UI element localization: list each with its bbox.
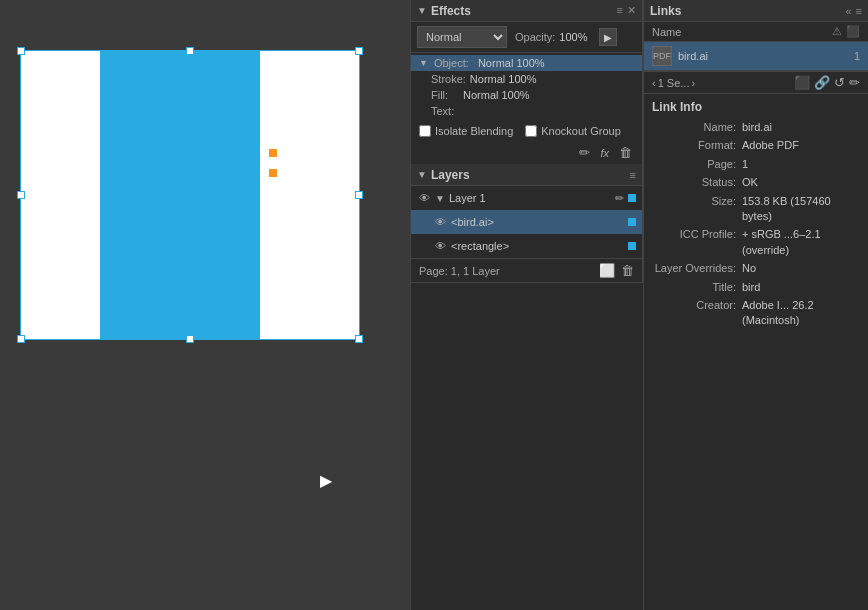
object-row: ▼ Object: Normal 100% xyxy=(411,55,642,71)
title-label: Title: xyxy=(652,280,742,295)
layer-item-layer1[interactable]: 👁 ▼ Layer 1 ✏ xyxy=(411,186,642,210)
edit-original-button[interactable]: ✏ xyxy=(849,75,860,90)
effects-bottom-icons: ✏ fx 🗑 xyxy=(411,141,642,164)
effects-collapse-arrow[interactable]: ▼ xyxy=(417,5,427,16)
link-info-name: Name: bird.ai xyxy=(652,120,860,135)
effects-rows: ▼ Object: Normal 100% Stroke: Normal 100… xyxy=(411,53,642,121)
object-arrow: ▼ xyxy=(419,58,428,68)
goto-link-button[interactable]: 🔗 xyxy=(814,75,830,90)
effects-close-icon[interactable]: ✕ xyxy=(627,4,636,17)
isolate-blend-label[interactable]: Isolate Blending xyxy=(419,125,513,137)
bird-name: <bird.ai> xyxy=(451,216,624,228)
links-panel: Links « ≡ Name ⚠ ⬛ PDF bird.ai 1 ‹ 1 Se.… xyxy=(643,0,868,610)
links-expand-icon[interactable]: « xyxy=(845,5,851,17)
layer-overrides-label: Layer Overrides: xyxy=(652,261,742,276)
effects-panel-icons: ≡ ✕ xyxy=(617,4,636,17)
object-value: Normal 100% xyxy=(478,57,545,69)
layers-footer: Page: 1, 1 Layer ⬜ 🗑 xyxy=(411,258,642,282)
link-info-title: Link Info xyxy=(652,100,860,114)
isolate-blend-checkbox[interactable] xyxy=(419,125,431,137)
pen-icon-layer1: ✏ xyxy=(615,192,624,205)
knockout-group-checkbox[interactable] xyxy=(525,125,537,137)
opacity-toggle[interactable]: ▶ xyxy=(599,28,617,46)
effects-toolbar: Normal Opacity: 100% ▶ xyxy=(411,22,642,53)
page-label: Page: xyxy=(652,157,742,172)
visibility-icon-layer1[interactable]: 👁 xyxy=(417,191,431,205)
new-layer-icon[interactable]: ⬜ xyxy=(599,263,615,278)
effects-panel: ▼ Effects ≡ ✕ Normal Opacity: 100% ▶ ▼ O… xyxy=(411,0,643,283)
links-name-icons: ⚠ ⬛ xyxy=(832,25,860,38)
footer-icons: ⬜ 🗑 xyxy=(599,263,634,278)
chevron-right-icon[interactable]: › xyxy=(691,77,695,89)
links-name-column: Name xyxy=(652,26,681,38)
delete-layer-icon[interactable]: 🗑 xyxy=(621,263,634,278)
fx-edit-icon[interactable]: ✏ xyxy=(577,143,592,162)
links-panel-title: Links xyxy=(650,4,681,18)
chevron-left-icon[interactable]: ‹ xyxy=(652,77,656,89)
cursor: ▶ xyxy=(320,471,332,490)
layers-panel-header: ▼ Layers ≡ xyxy=(411,164,642,186)
blend-mode-select[interactable]: Normal xyxy=(417,26,507,48)
checkbox-area: Isolate Blending Knockout Group xyxy=(411,121,642,141)
knockout-group-label[interactable]: Knockout Group xyxy=(525,125,621,137)
links-header-icons: « ≡ xyxy=(845,5,862,17)
object-label: Object: xyxy=(434,57,474,69)
layer1-color xyxy=(628,194,636,202)
update-link-button[interactable]: ↺ xyxy=(834,75,845,90)
effects-title-row: ▼ Effects xyxy=(417,4,471,18)
links-menu-icon[interactable]: ≡ xyxy=(856,5,862,17)
selected-count: 1 Se... xyxy=(658,77,690,89)
link-info-section: Link Info Name: bird.ai Format: Adobe PD… xyxy=(644,94,868,610)
blue-rectangle xyxy=(100,50,260,340)
layers-footer-text: Page: 1, 1 Layer xyxy=(419,265,500,277)
stroke-value: Normal 100% xyxy=(470,73,537,85)
link-filename: bird.ai xyxy=(678,50,848,62)
effects-menu-icon[interactable]: ≡ xyxy=(617,4,623,17)
page-value: 1 xyxy=(742,157,860,172)
stroke-label: Stroke: xyxy=(419,73,466,85)
layer-item-rectangle[interactable]: 👁 <rectangle> xyxy=(411,234,642,258)
layer-overrides-value: No xyxy=(742,261,860,276)
name-label: Name: xyxy=(652,120,742,135)
links-toolbar-left: ‹ 1 Se... › xyxy=(652,77,695,89)
fill-label: Fill: xyxy=(419,89,459,101)
layers-list: 👁 ▼ Layer 1 ✏ 👁 <bird.ai> 👁 <rectangle> … xyxy=(411,186,643,282)
link-info-layer-overrides: Layer Overrides: No xyxy=(652,261,860,276)
links-header: Links « ≡ xyxy=(644,0,868,22)
creator-value: Adobe I... 26.2 (Macintosh) xyxy=(742,298,860,329)
relink-button[interactable]: ⬛ xyxy=(794,75,810,90)
fill-value: Normal 100% xyxy=(463,89,530,101)
bird-color xyxy=(628,218,636,226)
icc-value: + sRGB ...6–2.1 (override) xyxy=(742,227,860,258)
rectangle-name: <rectangle> xyxy=(451,240,624,252)
fx-delete-icon[interactable]: 🗑 xyxy=(617,143,634,162)
stroke-row: Stroke: Normal 100% xyxy=(411,71,642,87)
visibility-icon-rect[interactable]: 👁 xyxy=(433,239,447,253)
panels-container: ▼ Effects ≡ ✕ Normal Opacity: 100% ▶ ▼ O… xyxy=(410,0,643,610)
knockout-group-text: Knockout Group xyxy=(541,125,621,137)
link-info-status: Status: OK xyxy=(652,175,860,190)
text-label: Text: xyxy=(419,105,459,117)
artboard xyxy=(20,50,360,340)
links-toolbar: ‹ 1 Se... › ⬛ 🔗 ↺ ✏ xyxy=(644,71,868,94)
layers-collapse-arrow[interactable]: ▼ xyxy=(417,169,427,180)
link-info-page: Page: 1 xyxy=(652,157,860,172)
sort-icon[interactable]: ⚠ xyxy=(832,25,842,38)
rect-color xyxy=(628,242,636,250)
layer1-expand[interactable]: ▼ xyxy=(435,193,445,204)
fx-label[interactable]: fx xyxy=(598,145,611,161)
link-thumbnail: PDF xyxy=(652,46,672,66)
canvas-area: ▶ xyxy=(0,0,410,610)
link-item-bird[interactable]: PDF bird.ai 1 xyxy=(644,42,868,71)
link-info-icc: ICC Profile: + sRGB ...6–2.1 (override) xyxy=(652,227,860,258)
links-toolbar-icons: ⬛ 🔗 ↺ ✏ xyxy=(794,75,860,90)
visibility-icon-bird[interactable]: 👁 xyxy=(433,215,447,229)
name-value: bird.ai xyxy=(742,120,860,135)
title-value: bird xyxy=(742,280,860,295)
link-info-size: Size: 153.8 KB (157460 bytes) xyxy=(652,194,860,225)
relink-icon[interactable]: ⬛ xyxy=(846,25,860,38)
creator-label: Creator: xyxy=(652,298,742,329)
layer-item-bird[interactable]: 👁 <bird.ai> xyxy=(411,210,642,234)
layers-menu-icon[interactable]: ≡ xyxy=(630,169,636,181)
text-row: Text: xyxy=(411,103,642,119)
